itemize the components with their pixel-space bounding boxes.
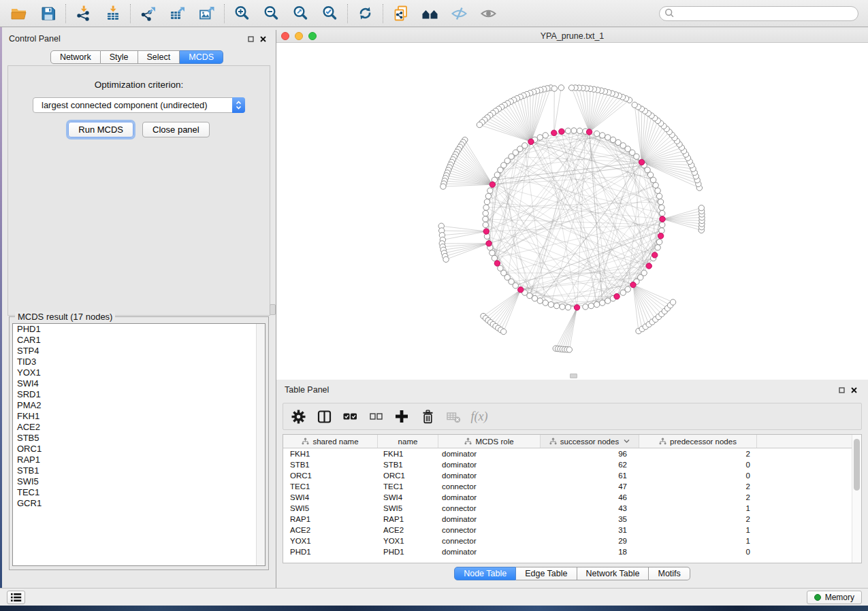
tab-network-table[interactable]: Network Table <box>577 567 649 580</box>
table-row[interactable]: STB1STB1dominator620 <box>283 459 861 470</box>
tab-node-table[interactable]: Node Table <box>454 567 516 580</box>
mcds-node[interactable] <box>528 139 534 144</box>
show-columns-button[interactable] <box>316 408 332 425</box>
network-node[interactable] <box>483 222 488 227</box>
first-neighbors-button[interactable] <box>415 2 445 25</box>
network-node[interactable] <box>551 86 557 91</box>
network-node[interactable] <box>656 193 662 199</box>
search-box[interactable] <box>659 6 858 21</box>
mcds-result-item[interactable]: PMA2 <box>13 400 265 411</box>
network-node[interactable] <box>659 228 664 233</box>
mcds-node[interactable] <box>489 182 495 187</box>
mcds-result-list[interactable]: PHD1CAR1STP4TID3YOX1SWI4SRD1PMA2FKH1ACE2… <box>12 323 266 566</box>
mcds-result-item[interactable]: SWI5 <box>13 476 265 487</box>
network-node[interactable] <box>600 133 605 138</box>
hide-selected-button[interactable] <box>445 2 474 25</box>
mcds-node[interactable] <box>660 216 665 222</box>
mcds-result-item[interactable]: RAP1 <box>13 455 265 465</box>
save-session-button[interactable] <box>33 2 63 25</box>
network-graph[interactable] <box>276 43 868 380</box>
mcds-node[interactable] <box>518 287 524 293</box>
function-builder-button-disabled[interactable]: f(x) <box>471 408 487 425</box>
table-settings-button[interactable] <box>290 408 306 425</box>
table-row[interactable]: SWI5SWI5connector431 <box>283 503 861 514</box>
network-node[interactable] <box>655 245 660 250</box>
export-network-button[interactable] <box>133 2 163 25</box>
mcds-node[interactable] <box>614 294 620 299</box>
mcds-result-item[interactable]: SRD1 <box>13 389 265 400</box>
zoom-fit-button[interactable] <box>286 2 315 25</box>
network-node[interactable] <box>483 210 488 216</box>
network-node[interactable] <box>543 300 548 306</box>
refresh-layout-button[interactable] <box>351 2 380 25</box>
mcds-result-item[interactable]: STB5 <box>13 433 265 444</box>
column-header-predecessor-nodes[interactable]: predecessor nodes <box>639 435 757 448</box>
table-row[interactable]: YOX1YOX1connector291 <box>283 535 861 546</box>
mcds-result-item[interactable]: STB1 <box>13 465 265 476</box>
import-table-button[interactable] <box>98 2 127 25</box>
network-node[interactable] <box>632 102 637 108</box>
vertical-splitter-handle[interactable] <box>270 304 276 315</box>
network-node[interactable] <box>566 347 572 352</box>
mcds-node[interactable] <box>639 159 644 165</box>
table-row[interactable]: ORC1ORC1dominator610 <box>283 470 861 481</box>
mcds-result-item[interactable]: ACE2 <box>13 422 265 433</box>
mcds-node[interactable] <box>646 263 652 269</box>
mcds-node[interactable] <box>551 130 557 135</box>
delete-column-button[interactable] <box>419 408 436 425</box>
table-row[interactable]: ACE2ACE2connector311 <box>283 525 861 535</box>
network-node[interactable] <box>577 128 582 133</box>
mcds-result-item[interactable]: SWI4 <box>13 378 265 389</box>
mcds-result-item[interactable]: YOX1 <box>13 367 265 378</box>
network-node[interactable] <box>558 85 564 90</box>
table-row[interactable]: RAP1RAP1dominator352 <box>283 514 861 525</box>
network-node[interactable] <box>543 133 548 138</box>
export-image-button[interactable] <box>192 2 221 25</box>
tab-edge-table[interactable]: Edge Table <box>516 567 577 580</box>
close-table-panel-button[interactable] <box>848 384 860 395</box>
network-node[interactable] <box>500 329 506 334</box>
network-node[interactable] <box>489 250 495 256</box>
network-node[interactable] <box>594 131 599 136</box>
network-node[interactable] <box>513 283 518 288</box>
network-node[interactable] <box>440 184 446 189</box>
tab-style[interactable]: Style <box>101 50 138 64</box>
mcds-node[interactable] <box>494 261 500 266</box>
network-canvas[interactable] <box>276 43 868 380</box>
mcds-node[interactable] <box>483 229 489 234</box>
float-panel-button[interactable] <box>244 33 257 44</box>
network-node[interactable] <box>670 299 675 305</box>
open-file-button[interactable] <box>4 2 33 25</box>
memory-button[interactable]: Memory <box>807 591 862 604</box>
network-node[interactable] <box>553 303 559 308</box>
network-node[interactable] <box>656 239 662 244</box>
table-row[interactable]: FKH1FKH1dominator962 <box>283 448 861 459</box>
table-scrollbar[interactable] <box>852 435 861 563</box>
network-node[interactable] <box>605 298 611 303</box>
mcds-node[interactable] <box>574 305 579 310</box>
network-node[interactable] <box>655 188 660 193</box>
network-node[interactable] <box>571 128 577 133</box>
tab-network[interactable]: Network <box>50 50 101 64</box>
column-header-successor-nodes[interactable]: successor nodes <box>541 435 639 448</box>
network-node[interactable] <box>483 216 488 222</box>
mcds-node[interactable] <box>652 252 658 258</box>
network-node[interactable] <box>484 199 489 204</box>
network-node[interactable] <box>594 301 599 307</box>
mcds-node[interactable] <box>559 129 564 134</box>
network-node[interactable] <box>560 304 565 310</box>
mcds-result-item[interactable]: PHD1 <box>13 324 265 335</box>
run-mcds-button[interactable]: Run MCDS <box>68 122 133 137</box>
network-node[interactable] <box>537 298 543 303</box>
network-node[interactable] <box>565 128 570 133</box>
tab-motifs[interactable]: Motifs <box>649 567 690 580</box>
mcds-result-item[interactable]: TEC1 <box>13 487 265 498</box>
mcds-node[interactable] <box>630 282 636 287</box>
mcds-result-item[interactable]: ORC1 <box>13 444 265 455</box>
close-panel-button-mcds[interactable]: Close panel <box>142 122 210 137</box>
float-table-panel-button[interactable] <box>835 384 848 395</box>
close-panel-button[interactable] <box>257 33 269 44</box>
network-node[interactable] <box>605 135 611 140</box>
network-node[interactable] <box>485 193 491 199</box>
network-node[interactable] <box>568 85 574 90</box>
